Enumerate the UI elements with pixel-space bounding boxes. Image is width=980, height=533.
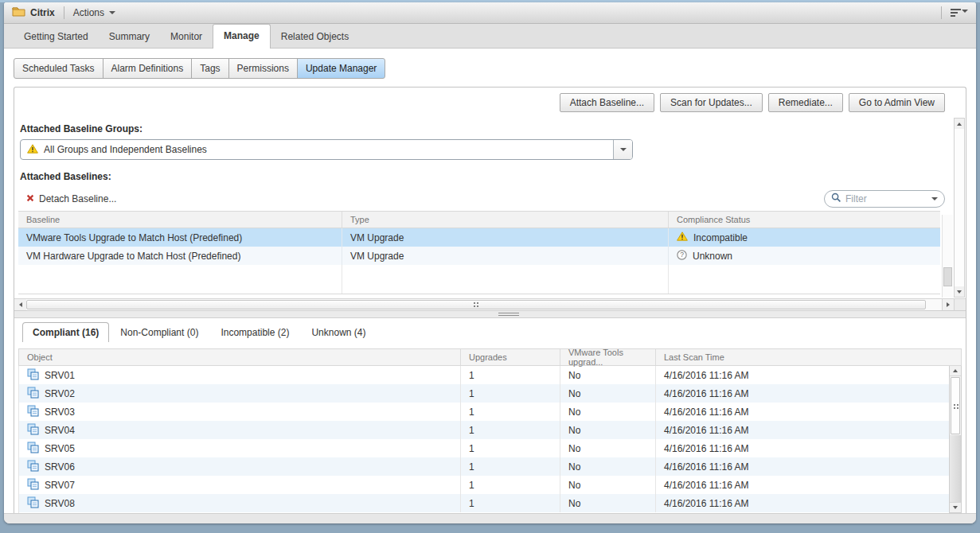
column-header-object[interactable]: Object	[19, 352, 460, 362]
attached-baseline-groups-label: Attached Baseline Groups:	[20, 123, 966, 134]
scan-for-updates-button[interactable]: Scan for Updates...	[660, 93, 763, 112]
horizontal-scrollbar[interactable]	[14, 298, 966, 310]
column-header-last-scan-time[interactable]: Last Scan Time	[655, 349, 961, 365]
top-panel-scrollbar[interactable]	[954, 118, 965, 298]
scroll-up-button[interactable]	[955, 119, 964, 129]
table-row[interactable]: SRV04 1 No 4/16/2016 11:16 AM	[19, 421, 949, 439]
tab-unknown[interactable]: Unknown (4)	[300, 323, 377, 342]
attach-baseline-button[interactable]: Attach Baseline...	[560, 93, 654, 112]
objects-table-header: Object Upgrades VMware Tools upgrad... L…	[18, 348, 962, 366]
arrow-up-icon	[953, 369, 958, 372]
remediate-button[interactable]: Remediate...	[768, 93, 843, 112]
tools-upgrade-value: No	[560, 384, 655, 403]
horizontal-splitter[interactable]	[14, 310, 966, 318]
column-header-type[interactable]: Type	[342, 212, 668, 228]
search-icon	[831, 192, 841, 206]
scrollbar-track	[950, 435, 961, 502]
actions-menu-button[interactable]: Actions	[73, 7, 115, 18]
object-name: SRV08	[45, 498, 75, 509]
red-x-icon	[26, 193, 34, 204]
scroll-right-button[interactable]	[942, 299, 954, 310]
tools-upgrade-value: No	[560, 457, 655, 476]
scrollbar-track	[926, 299, 942, 310]
tab-manage[interactable]: Manage	[213, 24, 271, 49]
manage-tab-content: Scheduled Tasks Alarm Definitions Tags P…	[4, 49, 976, 513]
object-name: SRV07	[45, 480, 75, 491]
filter-dropdown-icon[interactable]	[931, 197, 938, 200]
baseline-groups-dropdown[interactable]: All Groups and Independent Baselines	[20, 139, 633, 160]
attached-baselines-label: Attached Baselines:	[20, 171, 966, 182]
recent-tasks-menu-icon[interactable]	[951, 8, 968, 18]
scroll-down-button[interactable]	[955, 286, 964, 297]
subtab-permissions[interactable]: Permissions	[228, 58, 298, 79]
subtab-scheduled-tasks[interactable]: Scheduled Tasks	[14, 58, 103, 79]
vm-icon	[27, 460, 39, 474]
splitter-grip-icon	[498, 313, 519, 317]
subtab-tags[interactable]: Tags	[191, 58, 228, 79]
last-scan-value: 4/16/2016 11:16 AM	[655, 366, 949, 384]
baseline-status: Incompatible	[668, 228, 940, 247]
scrollbar-thumb[interactable]	[951, 377, 960, 434]
scroll-up-button[interactable]	[950, 366, 961, 376]
filter-box[interactable]	[824, 190, 945, 208]
baselines-table-scrollbar[interactable]	[942, 215, 953, 298]
object-name: SRV05	[45, 443, 75, 454]
object-header-bar: Citrix Actions	[4, 2, 976, 24]
detach-baseline-button[interactable]: Detach Baseline...	[26, 193, 116, 204]
upgrades-value: 1	[460, 384, 560, 403]
svg-text:?: ?	[680, 251, 684, 259]
scrollbar-thumb[interactable]	[943, 267, 952, 286]
manage-subtabs: Scheduled Tasks Alarm Definitions Tags P…	[14, 58, 970, 79]
table-row[interactable]: SRV05 1 No 4/16/2016 11:16 AM	[19, 439, 949, 457]
table-row[interactable]: SRV06 1 No 4/16/2016 11:16 AM	[19, 457, 949, 476]
table-row[interactable]: SRV03 1 No 4/16/2016 11:16 AM	[19, 403, 949, 421]
baseline-row-selected[interactable]: VMware Tools Upgrade to Match Host (Pred…	[18, 228, 940, 247]
tab-non-compliant[interactable]: Non-Compliant (0)	[109, 323, 209, 342]
upgrades-value: 1	[460, 476, 560, 494]
tab-summary[interactable]: Summary	[99, 25, 160, 48]
tab-getting-started[interactable]: Getting Started	[14, 25, 99, 48]
tab-monitor[interactable]: Monitor	[160, 25, 213, 48]
column-header-upgrades[interactable]: Upgrades	[460, 349, 560, 365]
baseline-type: VM Upgrade	[342, 228, 668, 247]
table-row[interactable]: SRV07 1 No 4/16/2016 11:16 AM	[19, 476, 949, 494]
tools-upgrade-value: No	[560, 421, 655, 439]
object-name: SRV02	[45, 388, 75, 399]
arrow-left-icon	[19, 302, 22, 307]
table-row[interactable]: SRV02 1 No 4/16/2016 11:16 AM	[19, 384, 949, 403]
object-name: SRV03	[45, 407, 75, 418]
column-header-baseline[interactable]: Baseline	[18, 215, 342, 224]
chevron-down-icon	[109, 11, 115, 14]
scrollbar-corner	[954, 299, 966, 310]
object-name: SRV01	[45, 370, 75, 381]
filter-input[interactable]	[845, 193, 927, 204]
tab-compliant[interactable]: Compliant (16)	[22, 322, 109, 342]
baselines-section: Attach Baseline... Scan for Updates... R…	[14, 88, 966, 298]
column-header-vmware-tools-upgrade[interactable]: VMware Tools upgrad...	[560, 349, 655, 365]
baseline-row[interactable]: VM Hardware Upgrade to Match Host (Prede…	[18, 247, 940, 265]
baseline-status: ? Unknown	[668, 247, 940, 265]
subtab-update-manager[interactable]: Update Manager	[297, 58, 385, 79]
objects-table-scrollbar[interactable]	[949, 366, 962, 513]
last-scan-value: 4/16/2016 11:16 AM	[655, 494, 949, 512]
arrow-down-icon	[953, 506, 958, 509]
tools-upgrade-value: No	[560, 476, 655, 494]
table-row[interactable]: SRV01 1 No 4/16/2016 11:16 AM	[19, 366, 949, 384]
folder-icon	[12, 6, 25, 20]
arrow-down-icon	[957, 290, 962, 294]
thumb-grip-icon	[954, 404, 955, 406]
warning-icon	[27, 142, 38, 157]
go-to-admin-view-button[interactable]: Go to Admin View	[849, 93, 945, 112]
tab-related-objects[interactable]: Related Objects	[271, 25, 359, 48]
scrollbar-thumb[interactable]	[26, 300, 926, 309]
dropdown-arrow-button[interactable]	[613, 140, 632, 159]
table-row[interactable]: SRV08 1 No 4/16/2016 11:16 AM	[19, 494, 949, 512]
scroll-down-button[interactable]	[950, 502, 961, 512]
tab-incompatible[interactable]: Incompatible (2)	[209, 323, 300, 342]
tools-upgrade-value: No	[560, 366, 655, 384]
titlebar-divider	[64, 6, 64, 19]
subtab-alarm-definitions[interactable]: Alarm Definitions	[103, 58, 193, 79]
column-header-compliance-status[interactable]: Compliance Status	[668, 212, 940, 228]
scroll-left-button[interactable]	[14, 299, 26, 310]
objects-table-body: SRV01 1 No 4/16/2016 11:16 AM SRV02 1 No…	[18, 366, 949, 513]
